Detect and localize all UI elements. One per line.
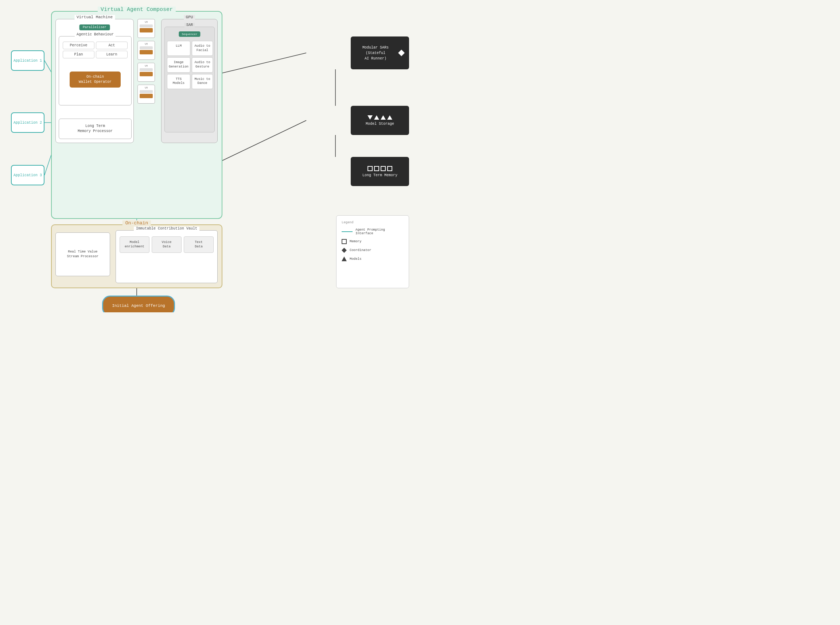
icv-grid: Modelenrichment VoiceData TextData (119, 236, 214, 253)
model-storage-label: Model Storage (366, 122, 394, 126)
vac-title: Virtual Agent Composer (98, 6, 176, 13)
svg-line-2 (45, 153, 52, 175)
vm-mini-bar-bottom-2 (139, 50, 153, 54)
gpu-box: GPU SAR Sequencer LLM Audio toFacial Ima… (161, 19, 218, 143)
vac-box: Virtual Agent Composer Virtual Machine P… (51, 11, 222, 219)
paralleliser-button[interactable]: Paralleliser (79, 25, 110, 30)
legend-item-coordinator: Coordinator (342, 248, 404, 253)
legend-models-label: Models (350, 257, 361, 261)
agentic-grid: Perceive Act Plan Learn (63, 42, 128, 58)
triangle-up-icon-1 (374, 115, 379, 120)
vm-title: Virtual Machine (74, 15, 115, 19)
legend-memory-label: Memory (350, 240, 361, 243)
memory-square-icon-1 (367, 166, 373, 171)
memory-square-icon-2 (374, 166, 379, 171)
agentic-title: Agentic Behaviour (75, 33, 116, 36)
vm-mini-column: VM VM VM VM (138, 19, 158, 107)
memory-icons (367, 166, 392, 171)
ltm-processor-label: Long TermMemory Processor (77, 124, 113, 134)
long-term-memory-box: Long Term Memory (351, 157, 409, 186)
application-3-box: Application 3 (11, 165, 45, 185)
legend-line-icon (342, 231, 353, 232)
iao-label: Initial Agent Offering (112, 303, 165, 308)
icv-text-data: TextData (184, 236, 214, 253)
legend-item-interface: Agent PromptingInterface (342, 228, 404, 235)
triangle-up-icon-2 (381, 115, 386, 120)
onchain-section: On-chain Real Time ValueStream Processor… (51, 224, 222, 288)
memory-square-icon-4 (387, 166, 392, 171)
model-storage-icons (367, 115, 392, 120)
legend-item-models: Models (342, 257, 404, 261)
icv-model-enrichment: Modelenrichment (119, 236, 149, 253)
legend-square-icon (342, 239, 347, 244)
legend-interface-label: Agent PromptingInterface (355, 228, 385, 235)
act-cell: Act (96, 42, 128, 49)
application-2-box: Application 2 (11, 112, 45, 133)
coordinator-diamond-icon (398, 50, 405, 56)
legend-item-memory: Memory (342, 239, 404, 244)
ltm-processor-box: Long TermMemory Processor (59, 118, 132, 139)
svg-line-0 (45, 61, 52, 73)
gpu-title: GPU (184, 15, 195, 19)
vm-mini-bar-bottom-4 (139, 94, 153, 98)
legend-coordinator-label: Coordinator (350, 249, 371, 252)
memory-square-icon-3 (381, 166, 386, 171)
icv-box: Immutable Contribution Vault Modelenrich… (116, 230, 218, 283)
onchain-wallet-button[interactable]: On-chainWallet Operator (70, 72, 121, 87)
model-storage-box: Model Storage (351, 106, 409, 135)
legend-title: Legend (342, 221, 404, 224)
long-term-memory-label: Long Term Memory (363, 173, 397, 177)
sar-cell-tts: TTSModels (167, 74, 190, 89)
triangle-up-icon-3 (387, 115, 392, 120)
vm-mini-bar-top-4 (139, 90, 153, 93)
vm-mini-bar-top-1 (139, 25, 153, 27)
sar-cell-audio-gesture: Audio toGesture (192, 57, 213, 72)
plan-cell: Plan (63, 51, 95, 58)
sar-cell-llm: LLM (167, 41, 190, 56)
vm-mini-bar-bottom-1 (139, 28, 153, 33)
vm-mini-1: VM (138, 19, 155, 38)
vm-mini-3: VM (138, 63, 155, 82)
vm-mini-bar-top-3 (139, 68, 153, 71)
vm-mini-4: VM (138, 85, 155, 104)
sar-cell-image-gen: ImageGeneration (167, 57, 190, 72)
legend-diamond-icon (342, 248, 347, 253)
sequencer-button[interactable]: Sequencer (179, 31, 200, 37)
rtvsp-label: Real Time ValueStream Processor (67, 250, 98, 260)
sar-box: SAR Sequencer LLM Audio toFacial ImageGe… (164, 26, 215, 132)
learn-cell: Learn (96, 51, 128, 58)
main-diagram: Application 1 Application 2 Application … (0, 0, 420, 312)
application-1-label: Application 1 (14, 59, 42, 63)
sar-title: SAR (184, 23, 195, 27)
triangle-down-icon-1 (367, 115, 373, 120)
svg-line-6 (222, 120, 306, 160)
onchain-title: On-chain (122, 220, 151, 226)
vm-mini-bar-bottom-3 (139, 72, 153, 76)
perceive-cell: Perceive (63, 42, 95, 49)
svg-line-3 (222, 53, 306, 73)
application-2-label: Application 2 (14, 121, 42, 125)
legend-box: Legend Agent PromptingInterface Memory C… (336, 215, 409, 288)
rtvsp-box: Real Time ValueStream Processor (56, 232, 110, 276)
sar-cell-music-dance: Music toDance (192, 74, 213, 89)
modular-sars-label: Modular SARs(StatefulAI Runner) (363, 45, 397, 61)
iao-box: Initial Agent Offering (102, 295, 175, 312)
vm-mini-bar-top-2 (139, 46, 153, 49)
sar-grid: LLM Audio toFacial ImageGeneration Audio… (167, 41, 213, 89)
icv-title: Immutable Contribution Vault (134, 227, 200, 230)
vm-mini-2: VM (138, 41, 155, 60)
modular-sars-box: Modular SARs(StatefulAI Runner) (351, 36, 409, 69)
icv-voice-data: VoiceData (152, 236, 181, 253)
sar-cell-audio-facial: Audio toFacial (192, 41, 213, 56)
vm-box: Virtual Machine Paralleliser Agentic Beh… (56, 19, 134, 143)
application-1-box: Application 1 (11, 50, 45, 71)
legend-triangle-icon (342, 257, 347, 261)
application-3-label: Application 3 (14, 173, 42, 177)
agentic-box: Agentic Behaviour Perceive Act Plan Lear… (59, 36, 132, 106)
